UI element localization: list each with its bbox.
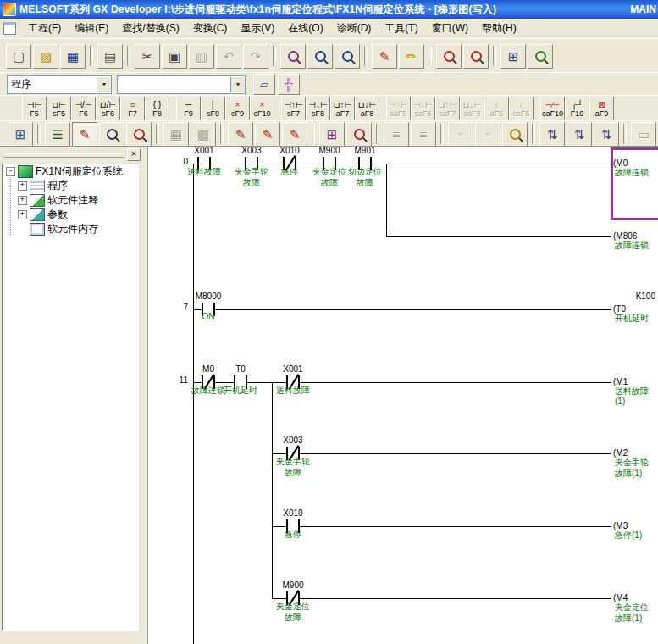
zoom-out-button[interactable] — [436, 44, 462, 69]
find-contact-button[interactable] — [99, 122, 124, 147]
tree-expander[interactable]: + — [18, 196, 27, 205]
ladder-pane[interactable]: 0X001送料故障X003夹金手轮故障X010急停M900夹金定位故障M901切… — [147, 147, 658, 644]
monitor-edit-button[interactable]: ✏ — [399, 44, 424, 69]
mdi-child-icon[interactable] — [3, 22, 16, 35]
tree-expander[interactable]: - — [6, 167, 15, 176]
panel-grip[interactable] — [3, 153, 124, 158]
fkey-cF9-button[interactable]: ×cF9 — [225, 97, 250, 121]
save-project-button[interactable]: ▦ — [60, 44, 86, 69]
fkey-saF7-button[interactable]: ⊔↑⊢saF7 — [435, 97, 460, 121]
fkey-saF5-button[interactable]: ⊣↑⊢saF5 — [386, 97, 411, 121]
fkey-F5-button[interactable]: ⊣⊢F5 — [22, 97, 47, 121]
sort-steps-button[interactable]: ⇅ — [594, 122, 619, 147]
find-coil-button[interactable] — [126, 122, 152, 147]
menu-item[interactable]: 帮助(H) — [475, 19, 523, 38]
fkey-saF6-button[interactable]: ⊣↓⊢saF6 — [411, 97, 435, 121]
fkey-F9-button[interactable]: ─F9 — [176, 97, 201, 121]
fkey-cF10-button[interactable]: ×cF10 — [250, 97, 274, 121]
sort-coils-button[interactable]: ⇅ — [567, 122, 592, 147]
program-grid-button[interactable]: ⊞ — [319, 122, 345, 147]
open-project-button[interactable]: ▨ — [33, 44, 58, 69]
menu-item[interactable]: 显示(V) — [234, 19, 281, 38]
note-edit-button[interactable]: ✎ — [282, 122, 307, 147]
sort-contacts-button[interactable]: ⇅ — [539, 122, 565, 147]
fkey-aF9-button[interactable]: ⊠aF9 — [589, 97, 614, 121]
menu-item[interactable]: 诊断(D) — [330, 19, 379, 38]
window-prev-button[interactable]: ▫ — [448, 122, 473, 147]
tree-expander[interactable]: + — [18, 181, 27, 191]
fkey-caF5-button[interactable]: ↓caF5 — [509, 97, 534, 121]
menu-item[interactable]: 查找/替换(S) — [115, 19, 185, 38]
ladder-edit-button[interactable]: ✎ — [372, 44, 397, 69]
device-comment-edit-button[interactable]: ✎ — [228, 122, 253, 147]
fkey-sF7-button[interactable]: ⊣↑⊢sF7 — [281, 97, 306, 121]
statement-edit-button[interactable]: ✎ — [72, 122, 97, 147]
find-icon — [288, 51, 299, 62]
menu-item[interactable]: 在线(O) — [281, 19, 329, 38]
monitor-panel-button[interactable]: ▭ — [631, 122, 656, 147]
fkey-sF8-button[interactable]: ⊣↓⊢sF8 — [306, 97, 330, 121]
monitor-find-button[interactable] — [346, 122, 372, 147]
fkey-F8-button[interactable]: { }F8 — [145, 97, 169, 121]
find-combo[interactable]: ▼ — [117, 75, 246, 94]
parallel-pulse-open-icon: ⊔↑⊢ — [439, 100, 457, 109]
fkey-aF7-button[interactable]: ⊔↑⊢aF7 — [330, 97, 355, 121]
copy-button[interactable]: ▣ — [162, 44, 187, 69]
new-project-button[interactable]: ▢ — [6, 44, 31, 69]
fkey-F6-button[interactable]: ⊣/⊢F6 — [71, 97, 96, 121]
tree-expander[interactable]: + — [18, 210, 27, 219]
fkey-sF6-button[interactable]: ⊔/⊢sF6 — [96, 97, 120, 121]
print-button[interactable]: ▤ — [97, 44, 123, 69]
device-comment-button[interactable]: ▱ — [253, 74, 275, 95]
fkey-aF8-button[interactable]: ⊔↓⊢aF8 — [355, 97, 379, 121]
comment-display-button[interactable]: ☰ — [45, 122, 70, 147]
window-next-button[interactable]: ▫ — [475, 122, 500, 147]
find-step-button[interactable] — [335, 44, 360, 69]
device-name: X010 — [268, 508, 318, 518]
chevron-down-icon[interactable]: ▼ — [97, 77, 111, 92]
tree-item[interactable]: +参数 — [13, 208, 138, 222]
tree-root-item[interactable]: -FX1N伺服定位系统 — [3, 164, 138, 179]
write-mode-button[interactable]: ▩ — [191, 122, 216, 147]
monitor-start-button[interactable]: ≡ — [384, 122, 409, 147]
fkey-saF8-button[interactable]: ⊔↓⊢saF8 — [460, 97, 484, 121]
fkey-F10-button[interactable]: ┌┘F10 — [565, 97, 589, 121]
fkey-aF5-button[interactable]: ↑aF5 — [484, 97, 509, 121]
menu-item[interactable]: 窗口(W) — [425, 19, 475, 38]
paste-button[interactable]: ▥ — [189, 44, 214, 69]
menu-item[interactable]: 编辑(E) — [68, 19, 115, 38]
statement-write-button[interactable]: ✎ — [255, 122, 280, 147]
device-name: M901 — [340, 147, 390, 155]
project-find-button[interactable] — [528, 44, 553, 69]
wiring-tree-button[interactable]: ╬ — [278, 74, 300, 95]
fkey-sF9-button[interactable]: │sF9 — [201, 97, 225, 121]
undo-icon: ↶ — [224, 50, 235, 63]
close-panel-button[interactable]: × — [127, 148, 141, 161]
fkey-F7-button[interactable]: ○F7 — [120, 97, 145, 121]
zoom-in-button[interactable] — [463, 44, 489, 69]
tree-item[interactable]: +程序 — [13, 179, 138, 193]
find-button[interactable] — [280, 44, 306, 69]
menu-item[interactable]: 变换(C) — [186, 19, 235, 38]
monitor-stop-button[interactable]: ≡ — [411, 122, 436, 147]
redo-button[interactable]: ↷ — [243, 44, 268, 69]
fkey-caF10-button[interactable]: ─∕─caF10 — [540, 97, 565, 121]
tree-item[interactable]: +软元件注释 — [13, 193, 138, 208]
wire-vertical — [272, 382, 273, 598]
find-device-button[interactable] — [307, 44, 333, 69]
monitor-stop-icon: ≡ — [420, 128, 428, 141]
tree-item[interactable]: 软元件内存 — [13, 222, 138, 236]
ladder-list-toggle-button[interactable]: ⊞ — [8, 122, 33, 147]
cut-button[interactable]: ✂ — [135, 44, 160, 69]
program-check-button[interactable] — [502, 122, 528, 147]
undo-button[interactable]: ↶ — [216, 44, 241, 69]
program-combo[interactable]: 程序 ▼ — [7, 75, 112, 94]
fkey-label: F5 — [30, 109, 39, 118]
chevron-down-icon[interactable]: ▼ — [230, 77, 245, 92]
cascade-window-button[interactable]: ⊞ — [500, 44, 526, 69]
read-mode-button[interactable]: ▦ — [163, 122, 189, 147]
menu-item[interactable]: 工具(T) — [378, 19, 424, 38]
fkey-label: sF5 — [53, 109, 65, 118]
fkey-sF5-button[interactable]: ⊔⊢sF5 — [47, 97, 71, 121]
menu-item[interactable]: 工程(F) — [21, 19, 68, 38]
